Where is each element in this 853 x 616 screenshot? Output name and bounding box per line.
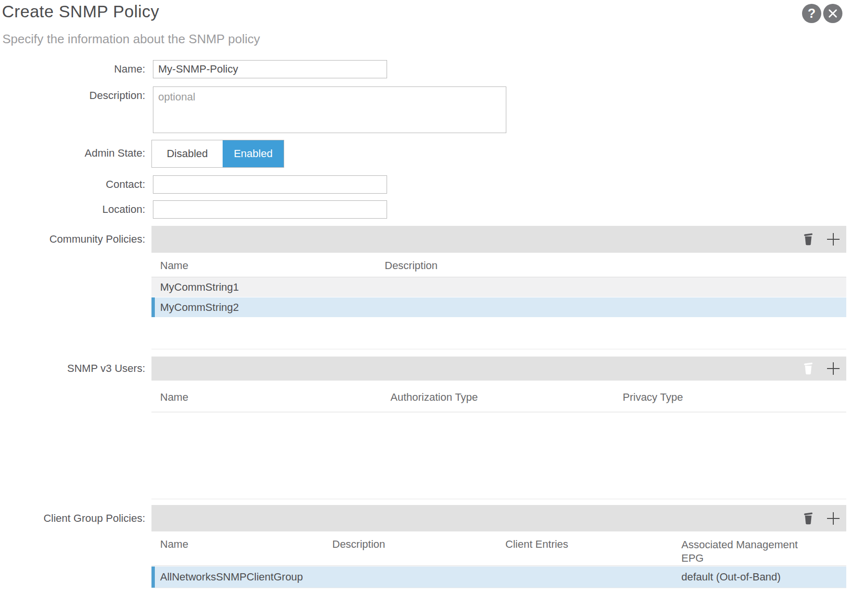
admin-state-label: Admin State: <box>0 140 145 167</box>
community-policies-toolbar <box>151 226 846 253</box>
row-name-cell: MyCommString2 <box>160 297 239 317</box>
community-delete-button[interactable] <box>800 231 816 247</box>
client-group-toolbar <box>151 505 846 531</box>
description-label: Description: <box>0 86 145 105</box>
table-row[interactable]: MyCommString2 <box>151 297 846 317</box>
admin-state-option-disabled[interactable]: Disabled <box>152 140 223 167</box>
trash-icon <box>801 361 815 376</box>
community-table-bottom-border <box>151 349 846 349</box>
community-col-name: Name <box>160 259 188 272</box>
v3-add-button[interactable] <box>825 360 841 377</box>
close-icon <box>828 9 838 18</box>
plus-icon <box>826 511 841 526</box>
row-name-cell: AllNetworksSNMPClientGroup <box>160 567 303 588</box>
help-icon: ? <box>808 7 816 20</box>
client-table-bottom-border <box>151 588 846 588</box>
help-button[interactable]: ? <box>802 4 821 23</box>
community-policies-label: Community Policies: <box>0 226 145 253</box>
create-snmp-policy-dialog: Create SNMP Policy Specify the informati… <box>0 0 853 616</box>
community-table-header: Name Description <box>151 253 846 277</box>
trash-icon <box>801 232 815 247</box>
client-group-policies-label: Client Group Policies: <box>0 505 145 531</box>
name-field[interactable] <box>153 60 387 78</box>
table-row[interactable]: MyCommString1 <box>151 277 846 297</box>
client-col-client-entries: Client Entries <box>505 538 568 551</box>
trash-icon <box>801 511 815 526</box>
v3-delete-button-disabled[interactable] <box>800 360 816 377</box>
client-col-name: Name <box>160 538 188 551</box>
contact-field[interactable] <box>153 175 387 194</box>
selection-indicator <box>151 297 155 317</box>
client-col-description: Description <box>332 538 385 551</box>
v3-col-privacy-type: Privacy Type <box>623 391 683 404</box>
plus-icon <box>826 361 841 376</box>
close-button[interactable] <box>823 4 842 23</box>
community-col-description: Description <box>385 259 438 272</box>
client-delete-button[interactable] <box>800 510 816 527</box>
v3-table-header: Name Authorization Type Privacy Type <box>151 381 846 412</box>
admin-state-option-enabled[interactable]: Enabled <box>223 140 284 167</box>
snmp-v3-users-toolbar <box>151 357 846 381</box>
client-table-header: Name Description Client Entries Associat… <box>151 531 846 566</box>
admin-state-toggle: Disabled Enabled <box>151 140 284 168</box>
table-row[interactable]: AllNetworksSNMPClientGroup default (Out-… <box>151 567 846 588</box>
v3-col-name: Name <box>160 391 188 404</box>
v3-col-authorization-type: Authorization Type <box>390 391 478 404</box>
v3-table-bottom-border <box>151 499 846 499</box>
row-name-cell: MyCommString1 <box>160 277 239 297</box>
client-add-button[interactable] <box>825 510 841 527</box>
snmp-v3-users-label: SNMP v3 Users: <box>0 357 145 381</box>
community-add-button[interactable] <box>825 231 841 247</box>
location-field[interactable] <box>153 200 387 219</box>
page-subtitle: Specify the information about the SNMP p… <box>2 32 260 47</box>
name-label: Name: <box>0 60 145 78</box>
page-title: Create SNMP Policy <box>2 2 159 21</box>
location-label: Location: <box>0 200 145 219</box>
row-epg-cell: default (Out-of-Band) <box>681 567 781 588</box>
client-col-associated-management-epg: Associated Management EPG <box>681 538 806 565</box>
contact-label: Contact: <box>0 175 145 194</box>
selection-indicator <box>151 567 155 588</box>
description-field[interactable] <box>153 86 506 133</box>
plus-icon <box>826 232 841 247</box>
